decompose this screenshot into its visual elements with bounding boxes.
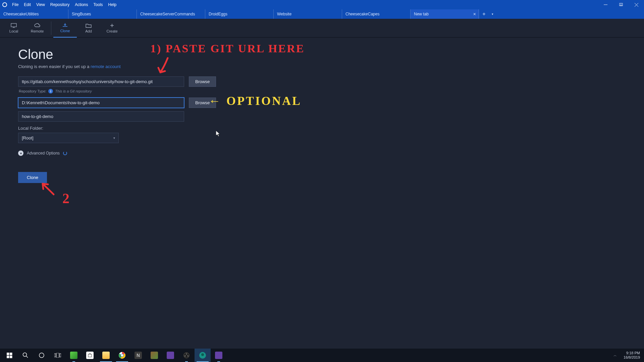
taskbar-obs[interactable] bbox=[178, 349, 195, 362]
local-folder-select[interactable]: [Root] ▾ bbox=[18, 133, 119, 143]
menu-edit[interactable]: Edit bbox=[21, 2, 34, 7]
window-controls bbox=[598, 0, 644, 9]
svg-rect-7 bbox=[11, 23, 16, 27]
tab-repo[interactable]: CheesecakeCapes bbox=[342, 9, 411, 19]
destination-path-input[interactable] bbox=[18, 98, 184, 108]
mouse-cursor-icon bbox=[216, 131, 220, 137]
advanced-options-label: Advanced Options bbox=[27, 151, 60, 156]
svg-rect-19 bbox=[56, 353, 59, 358]
search-button[interactable] bbox=[17, 349, 34, 362]
toolbar-add[interactable]: Add bbox=[77, 19, 100, 38]
tray-chevron-icon[interactable]: ︿ bbox=[613, 353, 617, 358]
tab-repo[interactable]: SingBuses bbox=[68, 9, 137, 19]
svg-rect-14 bbox=[10, 356, 12, 358]
folder-icon bbox=[102, 352, 110, 359]
annotation-arrow-down-icon bbox=[154, 56, 174, 76]
page-title: Clone bbox=[18, 47, 626, 62]
taskbar-clock[interactable]: 9:18 PM 16/8/2019 bbox=[624, 351, 640, 360]
toolbar-local[interactable]: Local bbox=[2, 19, 25, 38]
app-icon: N bbox=[135, 352, 142, 359]
browse-destination-button[interactable]: Browse bbox=[189, 98, 216, 108]
toolbar-remote[interactable]: Remote bbox=[25, 19, 49, 38]
svg-point-32 bbox=[201, 353, 204, 356]
cloud-icon bbox=[34, 23, 40, 28]
svg-rect-4 bbox=[620, 3, 623, 6]
system-tray: ︿ 9:18 PM 16/8/2019 bbox=[613, 351, 643, 360]
tab-repo[interactable]: DroidEggs bbox=[205, 9, 274, 19]
taskbar-store[interactable] bbox=[82, 349, 98, 362]
info-icon: i bbox=[48, 89, 53, 94]
toolbar-clone[interactable]: Clone bbox=[53, 19, 77, 38]
clone-name-input[interactable] bbox=[18, 111, 184, 122]
toolbar-label: Clone bbox=[60, 29, 70, 33]
taskview-button[interactable] bbox=[50, 349, 66, 362]
menu-file[interactable]: File bbox=[9, 2, 21, 7]
taskbar-explorer[interactable] bbox=[98, 349, 114, 362]
menu-tools[interactable]: Tools bbox=[91, 2, 106, 7]
remote-account-link[interactable]: remote account bbox=[91, 64, 121, 69]
menu-actions[interactable]: Actions bbox=[72, 2, 91, 7]
tab-label: Website bbox=[277, 12, 291, 16]
svg-rect-20 bbox=[60, 354, 61, 357]
chrome-icon bbox=[118, 352, 126, 359]
taskbar-app[interactable] bbox=[66, 349, 82, 362]
annotation-step-2: 2 bbox=[62, 190, 69, 206]
close-button[interactable] bbox=[629, 0, 644, 9]
svg-rect-18 bbox=[54, 354, 56, 357]
tab-dropdown-button[interactable]: ▾ bbox=[489, 9, 496, 19]
tab-label: CheesecakeServerCommands bbox=[140, 12, 195, 16]
svg-point-1 bbox=[3, 3, 6, 6]
svg-point-17 bbox=[39, 353, 44, 358]
app-logo-icon bbox=[0, 2, 9, 7]
app-icon bbox=[151, 352, 158, 359]
source-url-input[interactable] bbox=[18, 76, 184, 87]
add-tab-button[interactable]: + bbox=[479, 9, 489, 19]
plus-icon bbox=[109, 23, 115, 28]
subtitle-text: Cloning is even easier if you set up a bbox=[18, 64, 91, 69]
search-icon bbox=[22, 352, 29, 358]
app-icon bbox=[70, 352, 77, 359]
monitor-icon bbox=[11, 23, 17, 28]
repo-type-row: Repository Type: i This is a Git reposit… bbox=[19, 89, 626, 94]
toolbar-divider bbox=[51, 21, 51, 35]
cortana-button[interactable] bbox=[34, 349, 50, 362]
toolbar-label: Add bbox=[85, 29, 92, 33]
toolbar: Local Remote Clone Add Create bbox=[0, 19, 644, 38]
download-icon bbox=[62, 23, 68, 27]
tab-strip: CheesecakeUtilities SingBuses Cheesecake… bbox=[0, 9, 644, 19]
browse-source-button[interactable]: Browse bbox=[189, 76, 216, 87]
menu-repository[interactable]: Repository bbox=[48, 2, 72, 7]
tab-label: New tab bbox=[414, 12, 429, 16]
close-icon[interactable]: × bbox=[473, 11, 476, 17]
toolbar-create[interactable]: Create bbox=[100, 19, 124, 38]
start-button[interactable] bbox=[1, 349, 17, 362]
svg-point-29 bbox=[184, 355, 186, 357]
taskbar-chrome[interactable] bbox=[114, 349, 130, 362]
toolbar-label: Remote bbox=[31, 29, 44, 33]
maximize-button[interactable] bbox=[613, 0, 629, 9]
tab-repo[interactable]: Website bbox=[274, 9, 342, 19]
taskbar-twitch[interactable] bbox=[162, 349, 178, 362]
page-subtitle: Cloning is even easier if you set up a r… bbox=[18, 64, 626, 69]
tab-label: DroidEggs bbox=[209, 12, 227, 16]
tab-new[interactable]: New tab × bbox=[411, 9, 479, 19]
clock-date: 16/8/2019 bbox=[624, 355, 640, 360]
advanced-options-toggle[interactable]: ▾ Advanced Options bbox=[18, 150, 626, 156]
clone-panel: Clone Cloning is even easier if you set … bbox=[0, 38, 644, 192]
taskbar-app[interactable]: N bbox=[130, 349, 146, 362]
tab-repo[interactable]: CheesecakeUtilities bbox=[0, 9, 68, 19]
taskbar-gitkraken[interactable] bbox=[195, 349, 211, 362]
gitkraken-icon bbox=[199, 352, 206, 359]
tab-label: CheesecakeCapes bbox=[345, 12, 379, 16]
svg-point-15 bbox=[23, 353, 27, 357]
taskbar-app[interactable] bbox=[146, 349, 162, 362]
taskbar-app[interactable] bbox=[211, 349, 227, 362]
cortana-icon bbox=[39, 352, 45, 358]
menu-help[interactable]: Help bbox=[106, 2, 119, 7]
minimize-button[interactable] bbox=[598, 0, 613, 9]
svg-rect-21 bbox=[88, 354, 92, 357]
menu-view[interactable]: View bbox=[34, 2, 48, 7]
repo-type-label: Repository Type: bbox=[19, 89, 46, 93]
tab-repo[interactable]: CheesecakeServerCommands bbox=[137, 9, 205, 19]
toolbar-label: Local bbox=[9, 29, 18, 33]
